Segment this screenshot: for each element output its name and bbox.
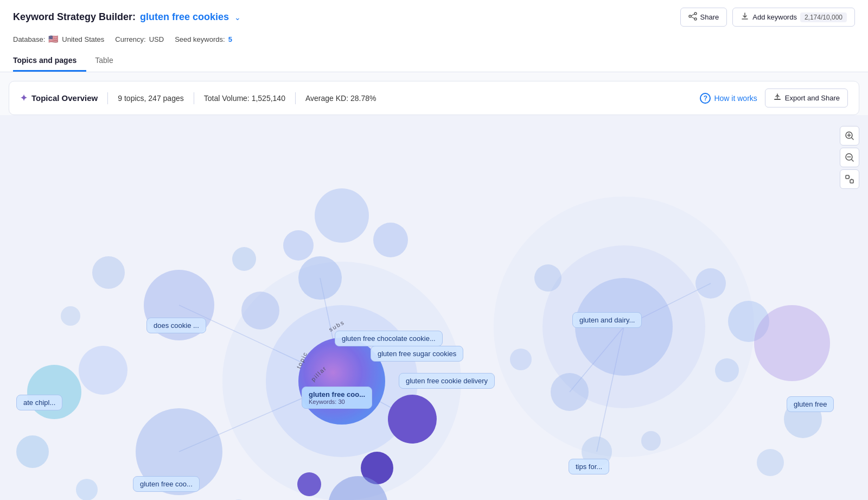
- export-share-button[interactable]: Export and Share: [765, 88, 848, 107]
- bubble-b12[interactable]: [298, 256, 342, 300]
- tooltip-tt6[interactable]: gluten free cookie delivery: [399, 373, 495, 389]
- svg-rect-5: [774, 99, 781, 100]
- bubble-b_right5[interactable]: [728, 301, 769, 342]
- share-icon: [688, 12, 697, 22]
- connector-line: [624, 283, 711, 327]
- tooltip-tt7[interactable]: gluten free coo...Keywords: 30: [302, 387, 372, 409]
- zoom-fit-button[interactable]: [840, 169, 859, 189]
- seed-keywords-count: 5: [228, 35, 232, 43]
- bubble-b2[interactable]: [266, 305, 418, 457]
- header: Keyword Strategy Builder: gluten free co…: [0, 0, 868, 72]
- bubble-canvas[interactable]: does cookie ...gluten free coo...ate chi…: [0, 115, 868, 500]
- connector-line: [597, 327, 624, 452]
- bubble-b17[interactable]: [16, 435, 49, 468]
- meta-row: Database: 🇺🇸 United States Currency: USD…: [13, 32, 855, 50]
- tooltip-tt8[interactable]: gluten and dairy...: [572, 312, 642, 328]
- bubble-b_right9[interactable]: [510, 349, 532, 370]
- topics-pages-stat: 9 topics, 247 pages: [118, 94, 183, 103]
- bubble-b15[interactable]: [373, 223, 408, 257]
- flag-icon: 🇺🇸: [48, 34, 59, 44]
- how-it-works-button[interactable]: ? How it works: [700, 93, 757, 104]
- keyword-count-badge: 2,174/10,000: [800, 12, 847, 22]
- divider-3: [295, 92, 296, 104]
- tooltip-text: ate chipl...: [23, 398, 55, 407]
- tooltip-text: gluten free coo...: [140, 480, 193, 488]
- bubble-b_right14[interactable]: [757, 449, 784, 476]
- bubble-b_right10[interactable]: [582, 436, 612, 467]
- zoom-controls: [840, 126, 859, 189]
- bubble-label-lbl3: pillar: [310, 364, 328, 382]
- tab-topics-and-pages[interactable]: Topics and pages: [13, 50, 86, 72]
- svg-point-1: [689, 15, 691, 17]
- bubble-b22[interactable]: [232, 247, 256, 271]
- download-icon: [741, 12, 749, 22]
- svg-rect-14: [850, 180, 853, 183]
- tooltip-tt5[interactable]: gluten free sugar cookies: [371, 346, 463, 362]
- connector-line: [320, 278, 342, 381]
- connector-line: [179, 381, 342, 452]
- bubble-b24[interactable]: [61, 306, 80, 326]
- bubble-label-lbl2: topic: [295, 350, 309, 369]
- add-keywords-label: Add keywords: [752, 13, 797, 21]
- svg-rect-13: [846, 175, 849, 179]
- tooltip-tt3[interactable]: ate chipl...: [16, 395, 62, 410]
- tooltip-text: does cookie ...: [154, 321, 199, 330]
- zoom-in-button[interactable]: [840, 126, 859, 145]
- bubble-b13[interactable]: [283, 230, 314, 261]
- bubble-b_right7[interactable]: [534, 264, 561, 292]
- bubble-b_right12[interactable]: [754, 305, 830, 381]
- tooltip-tt10[interactable]: gluten free: [787, 396, 834, 412]
- bubble-b21[interactable]: [92, 256, 125, 289]
- volume-label: Total Volume:: [204, 94, 250, 103]
- tooltip-text: gluten free cookie delivery: [406, 377, 488, 385]
- tooltip-tt2[interactable]: gluten free coo...: [133, 476, 200, 492]
- tooltip-text: gluten free: [794, 400, 827, 408]
- page-title-static: Keyword Strategy Builder:: [13, 11, 136, 23]
- title-chevron-icon[interactable]: ⌄: [234, 13, 241, 22]
- tooltip-text: gluten and dairy...: [579, 316, 635, 324]
- bubble-b18[interactable]: [76, 479, 98, 500]
- bubble-b5[interactable]: [136, 408, 222, 495]
- zoom-out-button[interactable]: [840, 148, 859, 167]
- volume-value: 1,525,140: [252, 94, 285, 103]
- tooltip-sub-label: Keywords: 30: [309, 398, 365, 405]
- add-keywords-button[interactable]: Add keywords 2,174/10,000: [732, 8, 855, 27]
- tooltip-tt1[interactable]: does cookie ...: [146, 318, 206, 333]
- svg-line-9: [852, 138, 853, 140]
- bubble-b11[interactable]: [297, 472, 321, 496]
- bubble-b_right11[interactable]: [641, 431, 661, 451]
- tooltip-tt9[interactable]: tips for...: [569, 459, 609, 474]
- bubble-b_right3[interactable]: [494, 197, 754, 457]
- bubble-b4[interactable]: [144, 270, 214, 340]
- bubble-b_right6[interactable]: [715, 358, 739, 382]
- share-button[interactable]: Share: [680, 8, 727, 27]
- tab-table[interactable]: Table: [95, 50, 123, 72]
- share-label: Share: [700, 13, 719, 21]
- tabs: Topics and pages Table: [13, 50, 855, 72]
- how-it-works-label: How it works: [714, 94, 757, 103]
- bubble-b9[interactable]: [361, 452, 393, 484]
- bubble-b_right4[interactable]: [695, 268, 726, 299]
- bubble-b8[interactable]: [388, 395, 437, 444]
- tooltip-tt4[interactable]: gluten free chocolate cookie...: [335, 331, 443, 346]
- bubble-b_right8[interactable]: [551, 373, 589, 411]
- bubble-b14[interactable]: [315, 188, 369, 243]
- bubble-label-lbl1: subs: [328, 319, 346, 333]
- export-icon: [773, 93, 782, 103]
- bubble-b3[interactable]: [222, 262, 461, 500]
- bubble-b16[interactable]: [27, 365, 81, 419]
- bubbles-svg: [0, 115, 868, 500]
- bubble-b7[interactable]: [241, 292, 279, 330]
- bubble-b1[interactable]: [298, 338, 385, 425]
- tooltip-text: tips for...: [576, 463, 602, 471]
- bubble-b_right1[interactable]: [575, 278, 673, 376]
- bubble-b_right13[interactable]: [784, 400, 822, 438]
- bubble-b_right2[interactable]: [542, 245, 705, 408]
- divider-1: [107, 92, 108, 104]
- question-icon: ?: [700, 93, 711, 104]
- bubble-b10[interactable]: [328, 476, 388, 500]
- database-value: United States: [62, 35, 104, 43]
- divider-2: [194, 92, 194, 104]
- bubble-b6[interactable]: [79, 346, 127, 395]
- currency-label: Currency:: [115, 35, 145, 43]
